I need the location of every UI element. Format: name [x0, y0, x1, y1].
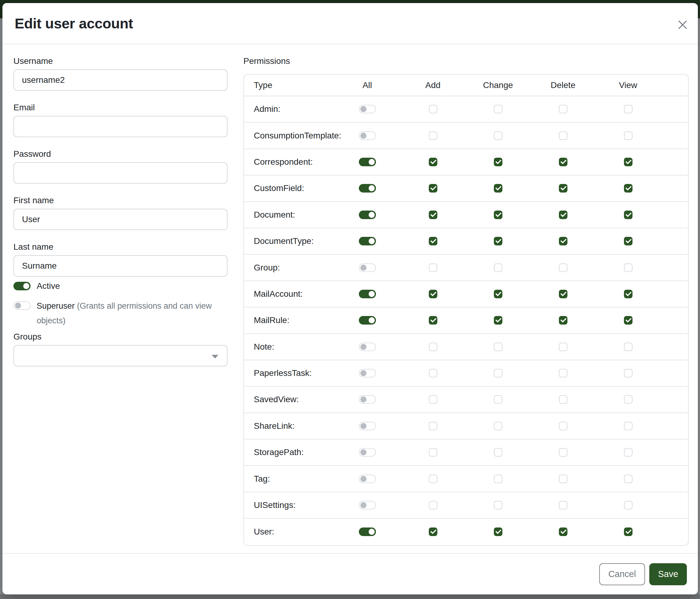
permission-add-checkbox[interactable] — [429, 422, 438, 430]
permission-change-checkbox[interactable] — [494, 316, 502, 325]
permission-all-toggle[interactable] — [359, 263, 376, 272]
permission-change-checkbox[interactable] — [494, 501, 502, 509]
active-toggle-row: Active — [14, 282, 227, 291]
groups-select[interactable] — [14, 345, 227, 366]
permission-delete-checkbox[interactable] — [559, 369, 568, 378]
permission-delete-checkbox[interactable] — [559, 211, 568, 219]
permission-view-checkbox[interactable] — [624, 131, 632, 140]
permission-add-checkbox[interactable] — [429, 263, 438, 272]
permission-change-checkbox[interactable] — [494, 184, 502, 193]
permission-delete-checkbox[interactable] — [559, 316, 568, 325]
permission-view-checkbox[interactable] — [624, 527, 632, 536]
permission-add-checkbox[interactable] — [429, 369, 438, 378]
permission-add-checkbox[interactable] — [429, 237, 438, 245]
permission-delete-checkbox[interactable] — [559, 184, 568, 193]
permission-add-checkbox[interactable] — [429, 131, 438, 140]
permission-all-toggle[interactable] — [359, 105, 376, 113]
permission-delete-checkbox[interactable] — [559, 422, 568, 430]
close-button[interactable] — [674, 17, 691, 33]
permission-delete-checkbox[interactable] — [559, 395, 568, 404]
permission-delete-checkbox[interactable] — [559, 131, 568, 140]
permission-change-checkbox[interactable] — [494, 527, 502, 536]
permission-view-checkbox[interactable] — [624, 211, 632, 219]
save-button[interactable]: Save — [649, 563, 687, 585]
permission-all-toggle[interactable] — [359, 448, 376, 457]
permission-delete-checkbox[interactable] — [559, 263, 568, 272]
last-name-input[interactable] — [14, 255, 227, 277]
password-input[interactable] — [14, 162, 227, 184]
permission-change-checkbox[interactable] — [494, 395, 502, 404]
permission-delete-checkbox[interactable] — [559, 290, 568, 298]
permission-delete-checkbox[interactable] — [559, 475, 568, 483]
permission-view-checkbox[interactable] — [624, 105, 632, 113]
permission-delete-checkbox[interactable] — [559, 342, 568, 351]
email-input[interactable] — [14, 116, 227, 137]
permission-all-toggle[interactable] — [359, 316, 376, 325]
permission-delete-checkbox[interactable] — [559, 105, 568, 113]
permission-view-checkbox[interactable] — [624, 422, 632, 430]
permission-change-checkbox[interactable] — [494, 422, 502, 430]
permission-add-checkbox[interactable] — [429, 290, 438, 298]
permission-add-checkbox[interactable] — [429, 211, 438, 219]
permission-add-checkbox[interactable] — [429, 105, 438, 113]
permission-all-toggle[interactable] — [359, 131, 376, 140]
permission-all-toggle[interactable] — [359, 211, 376, 219]
permission-add-cell — [400, 422, 466, 430]
edit-user-account-modal: Edit user account Username Email Passwor… — [2, 3, 698, 594]
permission-add-checkbox[interactable] — [429, 395, 438, 404]
permission-delete-checkbox[interactable] — [559, 448, 568, 457]
permission-view-checkbox[interactable] — [624, 290, 632, 298]
permission-view-checkbox[interactable] — [624, 237, 632, 245]
permission-delete-checkbox[interactable] — [559, 237, 568, 245]
permission-view-checkbox[interactable] — [624, 448, 632, 457]
permission-view-cell — [596, 342, 660, 351]
permission-change-checkbox[interactable] — [494, 131, 502, 140]
permission-add-checkbox[interactable] — [429, 184, 438, 193]
permission-all-toggle[interactable] — [359, 237, 376, 245]
active-toggle[interactable] — [14, 282, 30, 290]
permission-view-checkbox[interactable] — [624, 369, 632, 378]
superuser-toggle[interactable] — [14, 301, 30, 310]
permission-add-checkbox[interactable] — [429, 158, 438, 166]
permission-all-toggle[interactable] — [359, 422, 376, 430]
permission-all-toggle[interactable] — [359, 369, 376, 378]
permission-delete-checkbox[interactable] — [559, 158, 568, 166]
cancel-button[interactable]: Cancel — [599, 563, 645, 585]
permission-add-checkbox[interactable] — [429, 448, 438, 457]
permission-change-checkbox[interactable] — [494, 448, 502, 457]
permission-add-checkbox[interactable] — [429, 342, 438, 351]
permission-all-toggle[interactable] — [359, 158, 376, 166]
permission-all-toggle[interactable] — [359, 527, 376, 536]
permission-change-checkbox[interactable] — [494, 369, 502, 378]
permission-view-checkbox[interactable] — [624, 316, 632, 325]
permission-change-checkbox[interactable] — [494, 237, 502, 245]
permission-all-toggle[interactable] — [359, 475, 376, 483]
permission-view-checkbox[interactable] — [624, 184, 632, 193]
permission-change-checkbox[interactable] — [494, 263, 502, 272]
permission-change-checkbox[interactable] — [494, 105, 502, 113]
permission-view-checkbox[interactable] — [624, 263, 632, 272]
permission-all-toggle[interactable] — [359, 395, 376, 404]
permission-all-toggle[interactable] — [359, 501, 376, 509]
permission-view-checkbox[interactable] — [624, 501, 632, 509]
permission-all-toggle[interactable] — [359, 342, 376, 351]
permission-add-checkbox[interactable] — [429, 501, 438, 509]
permission-change-checkbox[interactable] — [494, 211, 502, 219]
permission-all-toggle[interactable] — [359, 290, 376, 298]
permission-change-checkbox[interactable] — [494, 290, 502, 298]
permission-view-checkbox[interactable] — [624, 395, 632, 404]
permission-delete-checkbox[interactable] — [559, 527, 568, 536]
first-name-input[interactable] — [14, 209, 227, 230]
permission-add-checkbox[interactable] — [429, 475, 438, 483]
permission-delete-checkbox[interactable] — [559, 501, 568, 509]
username-input[interactable] — [14, 69, 227, 91]
permission-view-checkbox[interactable] — [624, 342, 632, 351]
permission-all-toggle[interactable] — [359, 184, 376, 193]
permission-add-checkbox[interactable] — [429, 527, 438, 536]
permission-change-checkbox[interactable] — [494, 158, 502, 166]
permission-add-checkbox[interactable] — [429, 316, 438, 325]
permission-change-checkbox[interactable] — [494, 342, 502, 351]
permission-view-checkbox[interactable] — [624, 158, 632, 166]
permission-view-checkbox[interactable] — [624, 475, 632, 483]
permission-change-checkbox[interactable] — [494, 475, 502, 483]
